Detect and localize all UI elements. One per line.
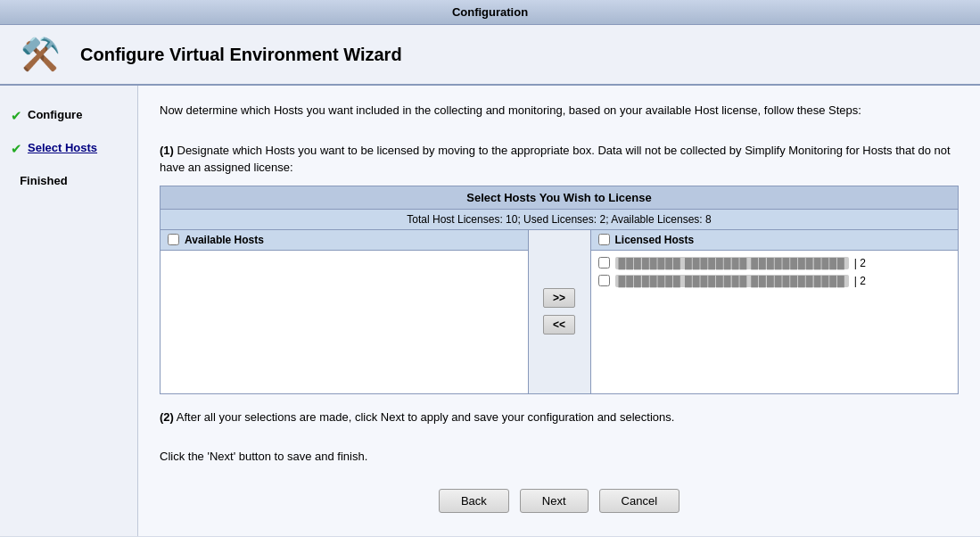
footer-buttons: Back Next Cancel	[160, 475, 959, 520]
licensed-host-row-1: ████████ ████████ ████████████ | 2	[595, 254, 955, 272]
instruction-step1: (1) Designate which Hosts you want to be…	[160, 142, 959, 177]
licensed-hosts-list: ████████ ████████ ████████████ | 2 █████…	[591, 251, 959, 393]
licensed-host-row-2: ████████ ████████ ████████████ | 2	[595, 272, 955, 290]
licensed-select-all-checkbox[interactable]	[598, 234, 610, 245]
licensed-host-1-name: ████████ ████████ ████████████	[615, 257, 849, 269]
sidebar-item-configure: ✔ Configure	[9, 103, 128, 128]
sidebar-item-finished: Finished	[9, 169, 128, 193]
hosts-columns: Available Hosts >> << Licen	[161, 230, 958, 393]
licensed-host-1-checkbox[interactable]	[598, 257, 610, 268]
wizard-title: Configure Virtual Environment Wizard	[80, 45, 402, 65]
col-licensed: Licensed Hosts ████████ ████████ ███████…	[591, 230, 959, 393]
instruction-2: Click the 'Next' button to save and fini…	[160, 448, 959, 466]
available-col-header: Available Hosts	[161, 230, 528, 251]
back-button[interactable]: Back	[439, 489, 509, 513]
sidebar-item-configure-label: Configure	[28, 107, 82, 123]
sidebar: ✔ Configure ✔ Select Hosts Finished	[0, 86, 138, 536]
available-hosts-list	[161, 251, 528, 393]
sidebar-item-finished-label: Finished	[20, 173, 67, 189]
hosts-license-bar: Total Host Licenses: 10; Used Licenses: …	[161, 210, 958, 230]
licensed-host-2-checkbox[interactable]	[598, 275, 610, 286]
finished-check-icon	[11, 174, 14, 189]
step1-text: Designate which Hosts you want to be lic…	[160, 144, 951, 175]
content-area: Now determine which Hosts you want inclu…	[138, 86, 980, 536]
licensed-host-1-suffix: | 2	[854, 257, 866, 269]
licensed-col-header-label: Licensed Hosts	[615, 234, 695, 246]
main-layout: ✔ Configure ✔ Select Hosts Finished Now …	[0, 86, 980, 536]
licensed-col-header: Licensed Hosts	[591, 230, 959, 251]
forward-button[interactable]: >>	[543, 288, 575, 308]
title-bar: Configuration	[0, 0, 980, 25]
wizard-icon: ⚒️	[18, 36, 62, 73]
available-select-all-checkbox[interactable]	[168, 234, 179, 245]
licensed-host-2-suffix: | 2	[854, 275, 866, 287]
select-hosts-check-icon: ✔	[11, 141, 22, 157]
instruction-step2: (2) After all your selections are made, …	[160, 409, 959, 426]
licensed-host-2-name: ████████ ████████ ████████████	[615, 275, 849, 287]
available-col-header-label: Available Hosts	[185, 234, 264, 246]
col-available: Available Hosts	[161, 230, 529, 393]
step1-label: (1)	[160, 144, 174, 157]
hosts-container: Select Hosts You Wish to License Total H…	[160, 186, 959, 394]
step2-text: After all your selections are made, clic…	[174, 410, 674, 424]
col-buttons: >> <<	[529, 230, 591, 393]
instruction-1: Now determine which Hosts you want inclu…	[160, 102, 959, 120]
cancel-button[interactable]: Cancel	[599, 489, 679, 513]
hosts-table-header: Select Hosts You Wish to License	[161, 186, 958, 210]
configure-check-icon: ✔	[11, 108, 22, 124]
step2-label: (2)	[160, 410, 174, 424]
backward-button[interactable]: <<	[543, 315, 575, 335]
header-section: ⚒️ Configure Virtual Environment Wizard	[0, 25, 980, 86]
sidebar-item-select-hosts-label: Select Hosts	[28, 140, 97, 156]
sidebar-item-select-hosts: ✔ Select Hosts	[9, 136, 128, 161]
next-button[interactable]: Next	[520, 489, 589, 513]
